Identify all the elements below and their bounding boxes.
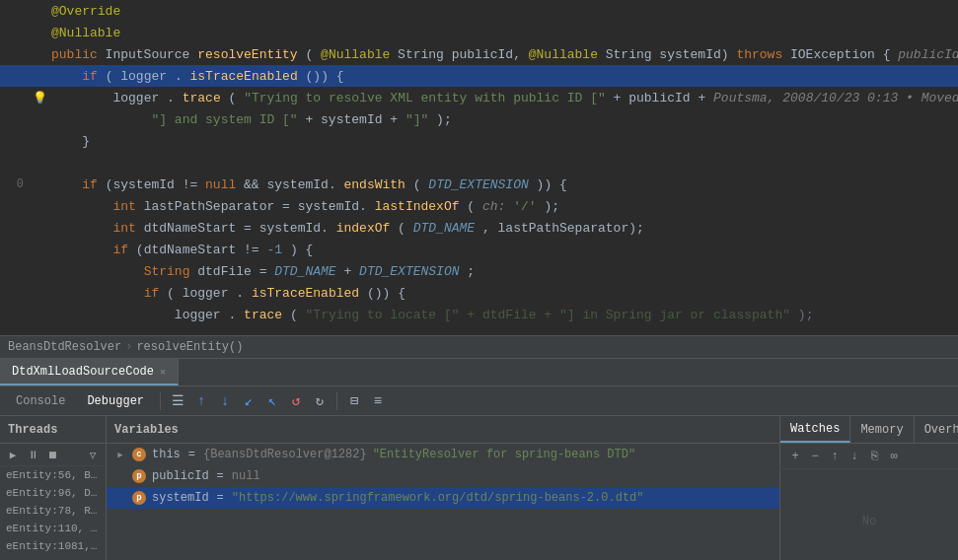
toolbar-separator [160,392,161,410]
more-btn[interactable]: ∞ [885,448,903,465]
toolbar-separator-2 [336,392,337,410]
gutter: 💡 [32,91,47,105]
line-content: if ( logger . isTraceEnabled ()) { [47,286,958,301]
restart-icon[interactable]: ↺ [285,390,307,412]
code-line: logger . trace ( "Trying to locate [" + … [0,304,958,325]
var-list: ▶ c this = {BeansDtdResolver@1282} "Enti… [107,444,779,560]
watches-tab[interactable]: Watches [780,416,850,443]
thread-controls: ▶ ⏸ ⏹ ▽ [0,444,106,466]
var-value: null [232,469,260,483]
breadcrumb: BeansDtdResolver › resolveEntity() [0,335,958,359]
line-content: int lastPathSeparator = systemId. lastIn… [47,199,958,214]
code-line: } [0,130,958,152]
toolbar: Console Debugger ☰ ↑ ↓ ↙ ↖ ↺ ↻ ⊟ ≡ [0,386,958,416]
console-tab[interactable]: Console [6,392,75,410]
code-line: if (dtdNameStart != -1 ) { [0,239,958,260]
remove-watch-btn[interactable]: − [806,448,824,465]
overflow-tab[interactable]: Overh [915,416,958,443]
breadcrumb-class[interactable]: BeansDtdResolver [8,340,121,354]
variable-publicId[interactable]: p publicId = null [107,465,779,487]
var-type-icon: c [132,448,146,461]
thread-item[interactable]: eEntity:96, Delega [0,484,106,502]
variables-header: Variables [107,416,779,444]
menu-icon[interactable]: ☰ [167,390,188,412]
var-type-icon: p [132,491,146,505]
expand-icon: ▶ [114,449,126,460]
var-value-str: "https://www.springframework.org/dtd/spr… [232,491,644,505]
step-over-icon[interactable]: ↑ [190,390,212,412]
variable-this[interactable]: ▶ c this = {BeansDtdResolver@1282} "Enti… [107,444,779,465]
var-name: publicId [152,469,209,483]
thread-item[interactable]: eEntity:56, Beans [0,466,106,484]
line-content [47,156,958,171]
code-line [0,152,958,174]
thread-resume-btn[interactable]: ▶ [4,446,22,463]
line-content: @Override [47,4,958,19]
code-line: int lastPathSeparator = systemId. lastIn… [0,195,958,217]
code-line: int dtdNameStart = systemId. indexOf ( D… [0,217,958,239]
code-line: if ( logger . isTraceEnabled ()) { [0,282,958,304]
thread-item[interactable]: eEntity:110, Entity [0,520,106,537]
thread-filter-btn[interactable]: ▽ [84,446,102,463]
debugger-tab[interactable]: Debugger [77,392,154,410]
var-name: this [152,448,181,461]
memory-tab[interactable]: Memory [850,416,914,443]
watches-toolbar: + − ↑ ↓ ⎘ ∞ [780,444,958,469]
step-out-icon[interactable]: ↙ [238,390,259,412]
tab-bar: DtdXmlLoadSourceCode ✕ [0,359,958,386]
frame-icon[interactable]: ⊟ [343,390,365,412]
code-line-selected: if ( logger . isTraceEnabled ()) { [0,65,958,87]
no-content-label: No [862,515,876,528]
code-line: @Nullable [0,22,958,43]
right-panels: Watches Memory Overh + − ↑ ↓ ⎘ ∞ No [780,416,958,560]
thread-item[interactable]: eEntity:1081, XML [0,537,106,555]
editor-area: @Override @Nullable public InputSource r… [0,0,958,335]
tab-dtdxmlload[interactable]: DtdXmlLoadSourceCode ✕ [0,359,179,385]
threads-panel: Threads ▶ ⏸ ⏹ ▽ eEntity:56, Beans eEntit… [0,416,107,560]
line-content: if (systemId != null && systemId. endsWi… [47,177,958,192]
list-icon[interactable]: ≡ [367,390,389,412]
code-line: 0 if (systemId != null && systemId. ends… [0,174,958,195]
step-into-icon[interactable]: ↓ [214,390,236,412]
tab-label: DtdXmlLoadSourceCode [12,365,154,379]
expand-icon [114,470,126,482]
expand-icon [114,492,126,504]
debug-container: Threads ▶ ⏸ ⏹ ▽ eEntity:56, Beans eEntit… [0,416,958,560]
line-content: @Nullable [47,26,958,40]
line-content: int dtdNameStart = systemId. indexOf ( D… [47,221,958,236]
reload-icon[interactable]: ↻ [309,390,331,412]
line-content: if (dtdNameStart != -1 ) { [47,243,958,257]
step-back-icon[interactable]: ↖ [261,390,283,412]
variable-systemId[interactable]: p systemId = "https://www.springframewor… [107,487,779,509]
thread-stop-btn[interactable]: ⏹ [43,446,61,463]
add-watch-btn[interactable]: + [786,448,804,465]
line-content: String dtdFile = DTD_NAME + DTD_EXTENSIO… [47,264,958,279]
line-content: public InputSource resolveEntity ( @Null… [47,47,958,62]
var-name: systemId [152,491,209,505]
thread-pause-btn[interactable]: ⏸ [24,446,41,463]
thread-item[interactable]: eEntity:78, Resour [0,502,106,520]
threads-header: Threads [0,416,106,444]
line-number: 0 [4,177,32,191]
move-up-btn[interactable]: ↑ [826,448,844,465]
line-content: logger . trace ( "Trying to resolve XML … [47,91,958,105]
move-down-btn[interactable]: ↓ [846,448,863,465]
tab-close-icon[interactable]: ✕ [160,366,166,378]
bulb-icon: 💡 [33,92,47,105]
code-line: @Override [0,0,958,22]
line-content: "] and system ID [" + systemId + "]" ); [47,112,958,127]
breadcrumb-method[interactable]: resolveEntity() [136,340,243,354]
code-line: 💡 logger . trace ( "Trying to resolve XM… [0,87,958,108]
line-content: if ( logger . isTraceEnabled ()) { [47,69,958,84]
thread-list: eEntity:56, Beans eEntity:96, Delega eEn… [0,466,106,560]
code-line: public InputSource resolveEntity ( @Null… [0,43,958,65]
watches-content: No [780,469,958,560]
var-type-icon: p [132,469,146,483]
var-value-str: "EntityResolver for spring-beans DTD" [373,448,635,461]
code-line: "] and system ID [" + systemId + "]" ); [0,108,958,130]
variables-panel: Variables ▶ c this = {BeansDtdResolver@1… [107,416,780,560]
var-value: {BeansDtdResolver@1282} [203,448,367,461]
copy-btn[interactable]: ⎘ [865,448,883,465]
line-content: logger . trace ( "Trying to locate [" + … [47,308,958,322]
breadcrumb-separator: › [125,340,132,354]
